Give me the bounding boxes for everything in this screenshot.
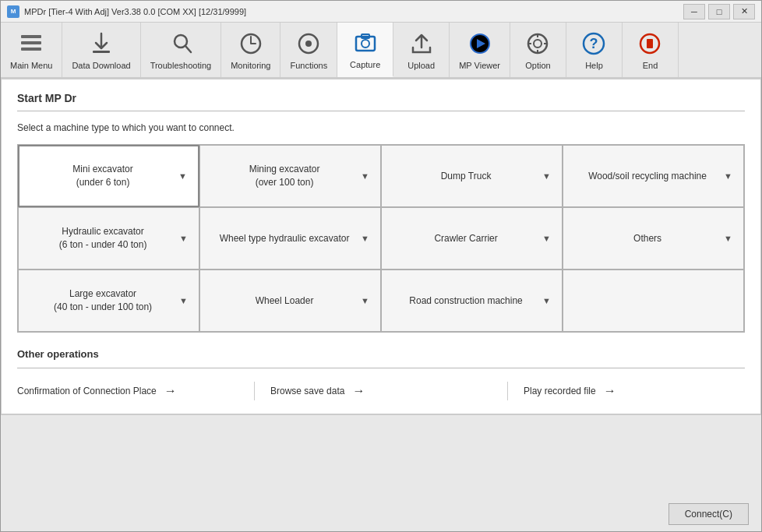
other-op-item-1[interactable]: Browse save data→ [270, 381, 492, 401]
bottom-area: Connect(C) [1, 414, 761, 532]
machine-cell-arrow-2-0: ▼ [179, 296, 188, 305]
help-label: Help [585, 61, 603, 70]
other-ops-divider [17, 368, 745, 368]
other-op-text-2: Play recorded file [524, 386, 596, 396]
other-ops-sep-2 [507, 382, 508, 400]
toolbar-item-help[interactable]: ?Help [566, 23, 623, 77]
page-body: Start MP Dr Select a machine type to whi… [1, 79, 761, 532]
svg-point-7 [305, 41, 312, 47]
svg-rect-0 [21, 35, 41, 38]
machine-cell-text-0-1: Mining excavator (over 100 ton) [211, 163, 358, 189]
other-ops-row: Confirmation of Connection Place→Browse … [17, 381, 745, 401]
toolbar-item-option[interactable]: Option [510, 23, 566, 77]
machine-cell-text-1-0: Hydraulic excavator (6 ton - under 40 to… [30, 225, 176, 252]
machine-cell-1-1[interactable]: Wheel type hydraulic excavator▼ [199, 207, 381, 270]
option-label: Option [525, 61, 550, 70]
toolbar-item-functions[interactable]: Functions [280, 23, 337, 77]
option-icon [524, 30, 552, 58]
machine-cell-text-2-1: Wheel Loader [211, 294, 358, 308]
other-op-arrow-0: → [164, 384, 177, 398]
other-op-text-0: Confirmation of Connection Place [17, 386, 157, 396]
machine-cell-arrow-2-2: ▼ [542, 296, 551, 305]
svg-rect-2 [21, 48, 41, 51]
section-title: Start MP Dr [17, 92, 745, 104]
toolbar: Main MenuData DownloadTroubleshootingMon… [1, 23, 761, 79]
toolbar-item-main-menu[interactable]: Main Menu [1, 23, 62, 77]
machine-cell-0-2[interactable]: Dump Truck▼ [381, 145, 563, 207]
machine-cell-empty-2-3 [563, 270, 744, 332]
other-op-text-1: Browse save data [270, 386, 344, 396]
inner-content: Start MP Dr Select a machine type to whi… [2, 79, 760, 414]
machine-cell-arrow-0-1: ▼ [361, 171, 369, 181]
other-op-item-2[interactable]: Play recorded file→ [524, 381, 745, 401]
machine-cell-2-2[interactable]: Road construction machine▼ [381, 270, 563, 332]
monitoring-icon [237, 30, 265, 58]
machine-cell-0-1[interactable]: Mining excavator (over 100 ton)▼ [199, 145, 381, 207]
data-download-icon [87, 30, 115, 58]
machine-cell-1-3[interactable]: Others▼ [563, 207, 744, 270]
title-bar-controls: ─ □ ✕ [683, 4, 755, 19]
maximize-button[interactable]: □ [708, 4, 730, 19]
toolbar-item-capture[interactable]: Capture [337, 23, 393, 77]
upload-label: Upload [407, 61, 435, 70]
machine-cell-text-1-3: Others [574, 232, 721, 245]
machine-cell-text-2-2: Road construction machine [393, 294, 539, 308]
machine-cell-arrow-1-0: ▼ [179, 234, 188, 243]
mp-viewer-icon [466, 30, 494, 58]
title-bar-left: M MPDr [Tier-4 With Adj] Ver3.38 0.0 [CO… [7, 5, 246, 18]
capture-icon [351, 29, 379, 57]
machine-cell-text-0-2: Dump Truck [393, 170, 539, 183]
svg-rect-23 [647, 39, 653, 48]
minimize-button[interactable]: ─ [683, 4, 705, 19]
machine-grid: Mini excavator (under 6 ton)▼Mining exca… [17, 144, 745, 333]
other-op-arrow-2: → [604, 384, 616, 398]
troubleshooting-label: Troubleshooting [150, 61, 211, 70]
svg-point-9 [362, 40, 369, 48]
svg-point-15 [534, 40, 542, 48]
machine-cell-text-0-3: Wood/soil recycling machine [574, 170, 721, 183]
toolbar-item-end[interactable]: End [623, 23, 679, 77]
machine-cell-1-2[interactable]: Crawler Carrier▼ [381, 207, 563, 270]
capture-label: Capture [350, 60, 380, 69]
machine-cell-text-1-1: Wheel type hydraulic excavator [211, 232, 358, 245]
machine-cell-1-0[interactable]: Hydraulic excavator (6 ton - under 40 to… [18, 207, 199, 270]
end-icon [636, 30, 664, 58]
app-icon: M [7, 5, 19, 18]
main-menu-label: Main Menu [10, 61, 52, 70]
machine-cell-2-0[interactable]: Large excavator (40 ton - under 100 ton)… [18, 270, 199, 332]
other-ops-title: Other operations [17, 348, 745, 360]
other-ops-sep-1 [254, 382, 255, 400]
upload-icon [407, 30, 436, 58]
machine-cell-arrow-0-3: ▼ [724, 171, 732, 181]
machine-cell-2-1[interactable]: Wheel Loader▼ [199, 270, 381, 332]
machine-cell-arrow-1-3: ▼ [724, 234, 732, 243]
title-bar: M MPDr [Tier-4 With Adj] Ver3.38 0.0 [CO… [1, 1, 761, 23]
toolbar-item-troubleshooting[interactable]: Troubleshooting [141, 23, 221, 77]
toolbar-item-upload[interactable]: Upload [393, 23, 450, 77]
instruction-text: Select a machine type to which you want … [17, 122, 745, 133]
machine-cell-0-3[interactable]: Wood/soil recycling machine▼ [563, 145, 744, 207]
troubleshooting-icon [167, 30, 195, 58]
mp-viewer-label: MP Viewer [459, 61, 500, 70]
content-wrapper: Start MP Dr Select a machine type to whi… [1, 79, 761, 414]
svg-rect-3 [93, 51, 110, 53]
close-button[interactable]: ✕ [733, 4, 755, 19]
machine-cell-arrow-0-2: ▼ [542, 171, 551, 181]
machine-cell-arrow-0-0: ▼ [178, 171, 187, 181]
machine-cell-arrow-1-2: ▼ [542, 234, 551, 243]
svg-rect-1 [21, 41, 41, 44]
toolbar-item-data-download[interactable]: Data Download [62, 23, 140, 77]
monitoring-label: Monitoring [231, 61, 270, 70]
machine-cell-arrow-2-1: ▼ [361, 296, 369, 305]
toolbar-item-mp-viewer[interactable]: MP Viewer [450, 23, 510, 77]
connect-button[interactable]: Connect(C) [669, 503, 749, 525]
toolbar-item-monitoring[interactable]: Monitoring [221, 23, 280, 77]
other-op-item-0[interactable]: Confirmation of Connection Place→ [17, 381, 238, 401]
end-label: End [643, 61, 658, 70]
svg-text:?: ? [590, 36, 598, 51]
machine-cell-0-0[interactable]: Mini excavator (under 6 ton)▼ [18, 145, 199, 207]
section-divider [17, 111, 745, 111]
machine-cell-text-0-0: Mini excavator (under 6 ton) [30, 163, 175, 189]
functions-label: Functions [290, 61, 327, 70]
machine-cell-text-2-0: Large excavator (40 ton - under 100 ton) [30, 287, 176, 314]
